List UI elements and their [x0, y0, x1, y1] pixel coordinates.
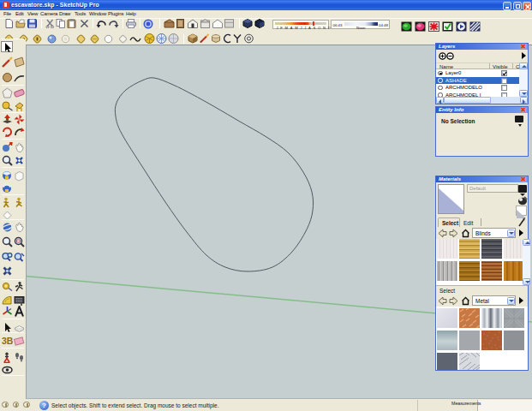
svg-text:3B: 3B: [2, 336, 13, 346]
